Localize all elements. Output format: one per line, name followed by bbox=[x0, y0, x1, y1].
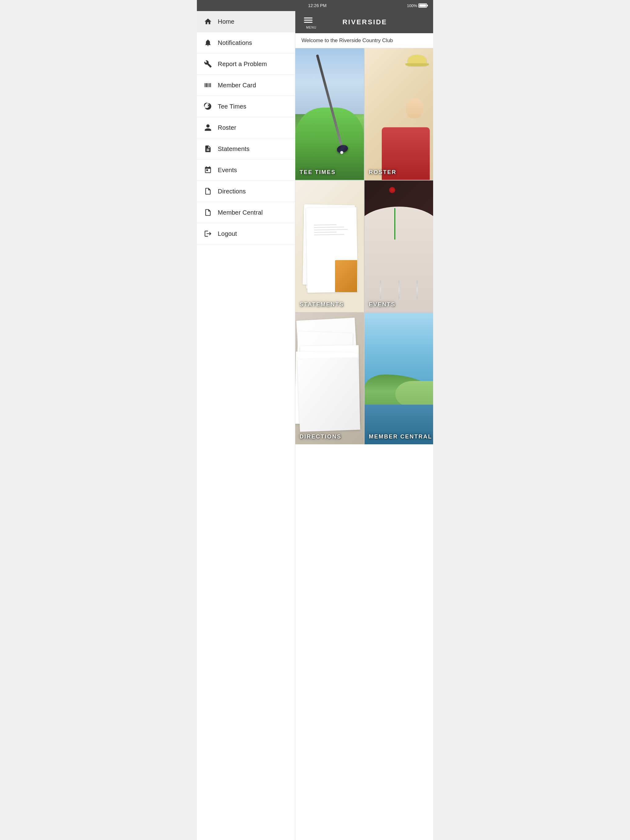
battery-indicator: 100% bbox=[407, 3, 427, 8]
status-bar-time: 12:26 PM bbox=[228, 3, 407, 8]
golf-icon bbox=[203, 101, 213, 111]
tile-events[interactable]: EVENTS bbox=[364, 180, 433, 312]
empty-space bbox=[295, 444, 433, 840]
menu-button[interactable]: MENU bbox=[301, 15, 321, 29]
sidebar-item-tee-times-label: Tee Times bbox=[218, 103, 246, 110]
sidebar-item-report-label: Report a Problem bbox=[218, 61, 267, 68]
member-central-doc-icon bbox=[203, 208, 213, 217]
sidebar-item-member-central-label: Member Central bbox=[218, 209, 263, 216]
barcode-icon bbox=[203, 80, 213, 90]
tile-member-central-label: MEMBER CENTRAL bbox=[369, 434, 432, 440]
sidebar-item-directions[interactable]: Directions bbox=[197, 181, 295, 202]
bell-icon bbox=[203, 38, 213, 47]
document-list-icon bbox=[203, 144, 213, 154]
tiles-grid: TEE TIMES ROSTER bbox=[295, 48, 433, 444]
face-decoration bbox=[406, 98, 423, 118]
tile-roster-label: ROSTER bbox=[369, 169, 397, 175]
sidebar-item-logout[interactable]: Logout bbox=[197, 223, 295, 245]
sidebar-item-events[interactable]: Events bbox=[197, 159, 295, 181]
home-icon bbox=[203, 17, 213, 27]
welcome-text: Welcome to the Riverside Country Club bbox=[301, 38, 393, 43]
hamburger-icon bbox=[301, 15, 315, 25]
battery-icon bbox=[418, 3, 427, 8]
status-bar: 12:26 PM 100% bbox=[197, 0, 433, 11]
sidebar-item-home[interactable]: Home bbox=[197, 11, 295, 32]
logout-icon bbox=[203, 229, 213, 238]
sidebar-item-statements-label: Statements bbox=[218, 145, 250, 153]
sidebar-item-directions-label: Directions bbox=[218, 188, 246, 195]
tile-statements[interactable]: STATEMENTS bbox=[295, 180, 364, 312]
mc-sky-decoration bbox=[364, 313, 433, 385]
silverware-decoration bbox=[371, 280, 426, 299]
main-content: MENU RIVERSIDE Welcome to the Riverside … bbox=[295, 11, 433, 840]
app-container: Home Notifications Report a Problem Memb… bbox=[197, 11, 433, 840]
top-bar: MENU RIVERSIDE bbox=[295, 11, 433, 33]
tile-tee-times[interactable]: TEE TIMES bbox=[295, 48, 364, 180]
sidebar-item-notifications[interactable]: Notifications bbox=[197, 32, 295, 54]
sidebar-item-roster-label: Roster bbox=[218, 124, 236, 131]
mc-land2-decoration bbox=[395, 381, 433, 407]
tile-directions-label: DIRECTIONS bbox=[300, 434, 342, 440]
person-icon bbox=[203, 123, 213, 133]
sidebar-item-home-label: Home bbox=[218, 18, 234, 25]
tile-roster[interactable]: ROSTER bbox=[364, 48, 433, 180]
sidebar-item-logout-label: Logout bbox=[218, 230, 237, 237]
menu-label: MENU bbox=[306, 26, 316, 29]
sidebar-item-report-problem[interactable]: Report a Problem bbox=[197, 54, 295, 75]
wrench-icon bbox=[203, 59, 213, 69]
paper-stack-decoration bbox=[302, 200, 357, 292]
tile-tee-times-label: TEE TIMES bbox=[300, 169, 336, 175]
orange-accent-decoration bbox=[335, 260, 357, 292]
tile-member-central[interactable]: MEMBER CENTRAL bbox=[364, 313, 433, 444]
hat-decoration bbox=[408, 55, 426, 65]
calendar-icon bbox=[203, 165, 213, 175]
directions-doc-icon bbox=[203, 186, 213, 196]
sidebar: Home Notifications Report a Problem Memb… bbox=[197, 11, 295, 840]
sidebar-item-roster[interactable]: Roster bbox=[197, 117, 295, 138]
sidebar-item-statements[interactable]: Statements bbox=[197, 138, 295, 159]
sidebar-item-member-card-label: Member Card bbox=[218, 82, 256, 89]
welcome-bar: Welcome to the Riverside Country Club bbox=[295, 33, 433, 48]
battery-percent: 100% bbox=[407, 3, 417, 8]
sidebar-item-events-label: Events bbox=[218, 167, 237, 174]
sidebar-item-member-card[interactable]: Member Card bbox=[197, 75, 295, 96]
tile-directions[interactable]: DIRECTIONS bbox=[295, 313, 364, 444]
sidebar-item-tee-times[interactable]: Tee Times bbox=[197, 96, 295, 117]
tile-statements-label: STATEMENTS bbox=[300, 301, 344, 308]
flowers-decoration bbox=[385, 187, 406, 240]
sidebar-item-member-central[interactable]: Member Central bbox=[197, 202, 295, 223]
svg-point-0 bbox=[207, 109, 209, 109]
app-title: RIVERSIDE bbox=[321, 18, 408, 26]
tile-events-label: EVENTS bbox=[369, 301, 396, 308]
papers-scatter-decoration bbox=[295, 313, 364, 444]
sidebar-item-notifications-label: Notifications bbox=[218, 39, 252, 46]
